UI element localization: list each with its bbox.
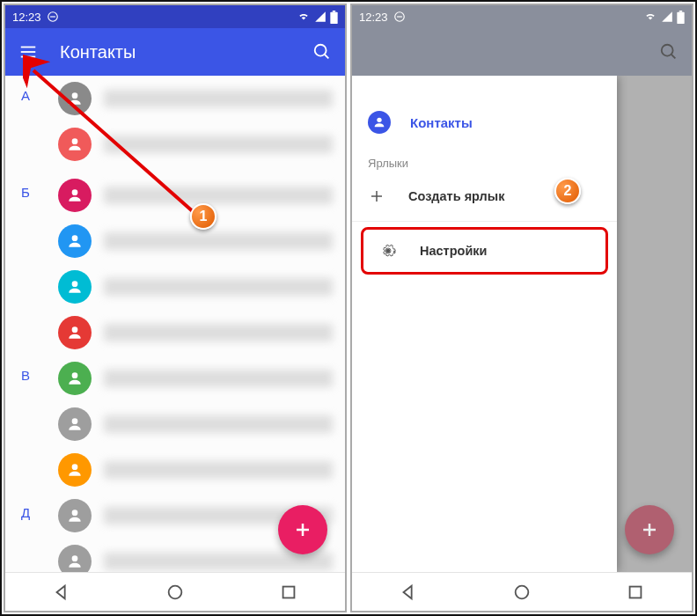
callout-badge-1: 1 bbox=[190, 203, 216, 230]
section-letter: Д bbox=[21, 505, 30, 520]
contact-name-blurred bbox=[104, 461, 333, 479]
add-contact-fab[interactable] bbox=[278, 505, 327, 554]
app-title: Контакты bbox=[60, 42, 290, 62]
svg-point-17 bbox=[72, 464, 78, 470]
contact-row[interactable] bbox=[58, 76, 333, 121]
wifi-icon bbox=[643, 11, 657, 23]
svg-rect-2 bbox=[330, 11, 337, 23]
svg-rect-28 bbox=[679, 11, 682, 12]
contact-row[interactable] bbox=[58, 447, 333, 493]
contact-name-blurred bbox=[104, 187, 333, 204]
svg-point-19 bbox=[72, 555, 78, 561]
contact-avatar bbox=[58, 179, 92, 212]
dimmed-content: Контакты Ярлыки Создать ярлык Настройк bbox=[352, 76, 692, 572]
contact-name-blurred bbox=[104, 136, 333, 153]
contact-row[interactable] bbox=[58, 356, 333, 401]
add-contact-fab-dimmed bbox=[625, 505, 674, 554]
dnd-icon bbox=[393, 11, 406, 23]
nav-recent-icon[interactable] bbox=[279, 583, 298, 602]
phone-left: 12:23 Контакты АБВД bbox=[4, 4, 347, 612]
svg-point-12 bbox=[72, 235, 78, 241]
contacts-avatar-icon bbox=[368, 111, 391, 134]
contact-avatar bbox=[58, 499, 92, 532]
contact-name-blurred bbox=[104, 278, 333, 296]
android-nav-bar bbox=[352, 572, 692, 611]
contact-avatar bbox=[58, 407, 92, 441]
svg-point-9 bbox=[72, 92, 78, 99]
contact-avatar bbox=[58, 128, 92, 161]
status-bar: 12:23 bbox=[5, 5, 345, 28]
contact-name-blurred bbox=[104, 324, 333, 341]
nav-recent-icon[interactable] bbox=[626, 583, 645, 602]
contacts-list[interactable]: АБВД bbox=[5, 76, 345, 572]
drawer-title: Контакты bbox=[410, 115, 473, 130]
hamburger-menu-icon[interactable] bbox=[18, 41, 39, 62]
svg-rect-27 bbox=[677, 11, 684, 23]
callout-badge-2: 2 bbox=[554, 178, 581, 204]
plus-icon bbox=[368, 188, 385, 204]
contact-name-blurred bbox=[104, 415, 333, 433]
contact-avatar bbox=[58, 224, 92, 258]
contact-avatar bbox=[58, 270, 92, 304]
section-letter: Б bbox=[21, 185, 30, 200]
search-icon[interactable] bbox=[312, 41, 333, 62]
svg-rect-38 bbox=[629, 586, 641, 598]
svg-point-34 bbox=[386, 249, 391, 253]
nav-back-icon[interactable] bbox=[52, 583, 71, 602]
status-time: 12:23 bbox=[359, 11, 388, 24]
nav-home-icon[interactable] bbox=[512, 583, 532, 602]
svg-point-16 bbox=[72, 418, 78, 424]
app-bar-dimmed bbox=[352, 28, 692, 76]
android-nav-bar bbox=[5, 572, 345, 611]
section-letter: В bbox=[21, 368, 30, 383]
battery-icon bbox=[677, 11, 685, 24]
svg-line-30 bbox=[671, 55, 676, 59]
svg-point-22 bbox=[169, 585, 182, 598]
svg-point-7 bbox=[315, 45, 326, 56]
signal-icon bbox=[314, 11, 326, 23]
drawer-item-label: Настройки bbox=[420, 244, 488, 258]
svg-rect-3 bbox=[333, 11, 335, 12]
svg-point-37 bbox=[516, 585, 529, 598]
settings-highlight: Настройки bbox=[361, 227, 608, 275]
contact-name-blurred bbox=[104, 553, 333, 570]
svg-point-13 bbox=[72, 281, 78, 287]
drawer-item-label: Создать ярлык bbox=[408, 189, 504, 203]
divider bbox=[352, 221, 617, 222]
contact-name-blurred bbox=[104, 370, 333, 387]
drawer-item-settings[interactable]: Настройки bbox=[363, 230, 605, 272]
contact-name-blurred bbox=[104, 232, 333, 250]
dual-screenshot-frame: 12:23 Контакты АБВД bbox=[0, 0, 697, 616]
gear-icon bbox=[379, 243, 397, 259]
contact-row[interactable] bbox=[58, 310, 333, 356]
contact-avatar bbox=[58, 82, 92, 115]
contact-avatar bbox=[58, 453, 92, 487]
navigation-drawer: Контакты Ярлыки Создать ярлык Настройк bbox=[352, 76, 617, 572]
nav-back-icon[interactable] bbox=[399, 583, 418, 602]
dnd-icon bbox=[47, 11, 59, 23]
contact-row[interactable] bbox=[58, 401, 333, 447]
app-bar: Контакты bbox=[5, 28, 345, 76]
nav-home-icon[interactable] bbox=[165, 583, 185, 602]
phone-right: 12:23 Контакты bbox=[350, 4, 693, 612]
status-bar: 12:23 bbox=[352, 5, 692, 28]
drawer-header: Контакты bbox=[352, 76, 617, 146]
svg-point-14 bbox=[72, 326, 78, 333]
svg-rect-23 bbox=[282, 586, 294, 598]
svg-point-31 bbox=[377, 118, 381, 122]
battery-icon bbox=[330, 11, 338, 24]
contact-avatar bbox=[58, 545, 92, 572]
contact-row[interactable] bbox=[58, 121, 333, 167]
svg-point-11 bbox=[72, 189, 78, 195]
section-letter: А bbox=[21, 88, 30, 103]
signal-icon bbox=[661, 11, 673, 23]
wifi-icon bbox=[297, 11, 311, 23]
search-icon bbox=[658, 41, 679, 62]
svg-point-10 bbox=[72, 138, 78, 144]
contact-avatar bbox=[58, 316, 92, 349]
svg-point-15 bbox=[72, 372, 78, 378]
status-time: 12:23 bbox=[12, 11, 41, 24]
contact-avatar bbox=[58, 362, 92, 395]
contact-row[interactable] bbox=[58, 264, 333, 310]
drawer-section-label: Ярлыки bbox=[352, 146, 617, 175]
